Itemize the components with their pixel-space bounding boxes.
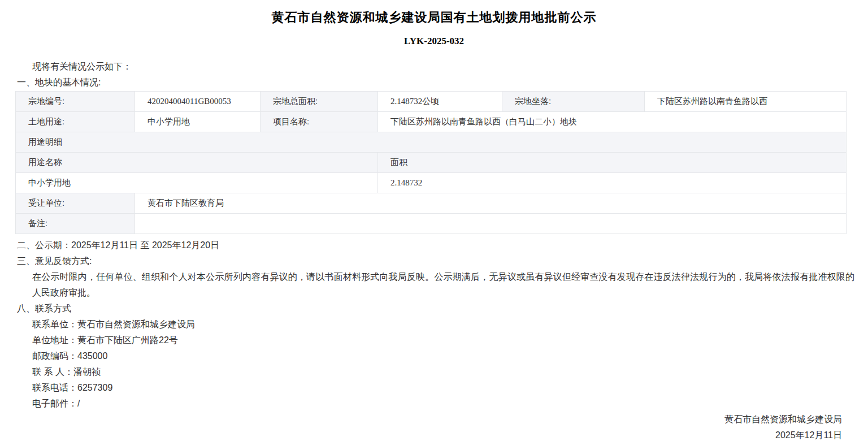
table-row: 用途明细 [16, 132, 847, 153]
contact-unit: 联系单位：黄石市自然资源和城乡建设局 [32, 317, 868, 332]
section1-heading: 一、地块的基本情况: [17, 75, 868, 90]
land-use-label: 土地用途: [16, 112, 135, 132]
intro-text: 现将有关情况公示如下： [32, 59, 868, 75]
parcel-no-value: 420204004011GB00053 [135, 92, 261, 112]
total-area-label: 宗地总面积: [261, 92, 378, 112]
signature-date: 2025年12月11日 [0, 427, 842, 441]
contact-person: 联 系 人：潘朝祯 [32, 364, 868, 380]
contact-address: 单位地址：黄石市下陆区广州路22号 [32, 332, 868, 348]
section4-heading: 八、联系方式 [17, 301, 868, 317]
contact-postal-code: 邮政编码：435000 [32, 348, 868, 364]
table-row: 中小学用地 2.148732 [16, 173, 847, 193]
contact-phone: 联系电话：6257309 [32, 380, 868, 396]
section2-heading: 二、公示期：2025年12月11日 至 2025年12月20日 [17, 237, 868, 253]
use-name-header: 用途名称 [16, 153, 378, 173]
use-detail-heading: 用途明细 [16, 132, 847, 153]
project-name-value: 下陆区苏州路以南青鱼路以西（白马山二小）地块 [378, 112, 847, 132]
location-value: 下陆区苏州路以南青鱼路以西 [645, 92, 847, 112]
total-area-value: 2.148732公顷 [378, 92, 502, 112]
project-name-label: 项目名称: [261, 112, 378, 132]
table-row: 用途名称 面积 [16, 153, 847, 173]
signature-org: 黄石市自然资源和城乡建设局 [0, 412, 842, 427]
parcel-no-label: 宗地编号: [16, 92, 135, 112]
parcel-info-table: 宗地编号: 420204004011GB00053 宗地总面积: 2.14873… [15, 91, 847, 234]
page-title: 黄石市自然资源和城乡建设局国有土地划拨用地批前公示 [0, 11, 868, 24]
area-value: 2.148732 [378, 173, 847, 193]
table-row: 受让单位: 黄石市下陆区教育局 [16, 193, 847, 214]
grantee-label: 受让单位: [16, 193, 135, 214]
area-header: 面积 [378, 153, 847, 173]
feedback-paragraph: 在公示时限内，任何单位、组织和个人对本公示所列内容有异议的，请以书面材料形式向我… [32, 269, 854, 301]
land-use-value: 中小学用地 [135, 112, 261, 132]
section3-heading: 三、意见反馈方式: [17, 253, 868, 269]
grantee-value: 黄石市下陆区教育局 [135, 193, 847, 214]
table-row: 备注: [16, 214, 847, 234]
table-row: 土地用途: 中小学用地 项目名称: 下陆区苏州路以南青鱼路以西（白马山二小）地块 [16, 112, 847, 132]
use-name-value: 中小学用地 [16, 173, 378, 193]
contact-email: 电子邮件：/ [32, 396, 868, 412]
document-number: LYK-2025-032 [0, 36, 868, 47]
table-row: 宗地编号: 420204004011GB00053 宗地总面积: 2.14873… [16, 92, 847, 112]
remarks-value [135, 214, 847, 234]
location-label: 宗地坐落: [502, 92, 645, 112]
remarks-label: 备注: [16, 214, 135, 234]
